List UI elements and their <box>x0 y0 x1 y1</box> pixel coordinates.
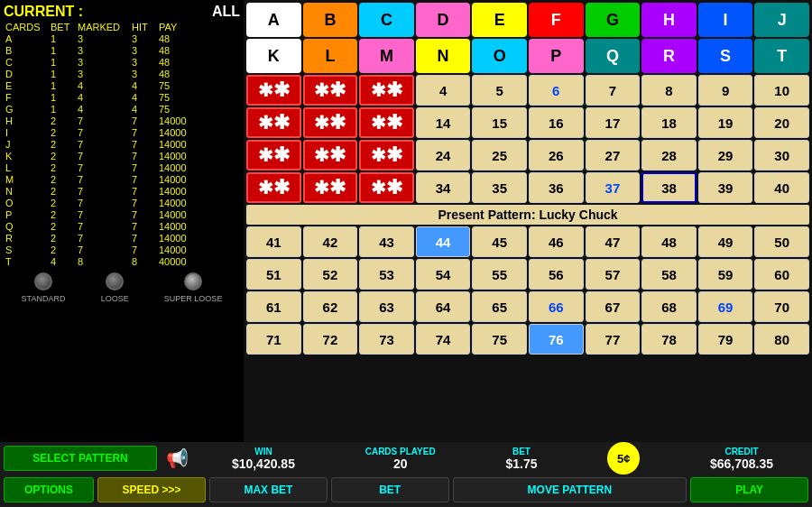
number-cell[interactable]: 71 <box>246 324 301 355</box>
star-cell[interactable]: ✱ <box>359 172 414 203</box>
bet-button[interactable]: BET <box>331 477 449 502</box>
star-cell[interactable]: ✱ <box>303 75 358 106</box>
letter-cell-P[interactable]: P <box>529 39 584 73</box>
number-cell[interactable]: 19 <box>698 107 753 138</box>
number-cell[interactable]: 58 <box>641 259 697 290</box>
number-cell[interactable]: 35 <box>472 172 527 203</box>
letter-cell-R[interactable]: R <box>641 39 697 73</box>
number-cell[interactable]: 18 <box>641 107 697 138</box>
bet-coin[interactable]: 5¢ <box>607 442 640 475</box>
number-cell[interactable]: 80 <box>754 324 809 355</box>
letter-cell-A[interactable]: A <box>246 3 301 37</box>
letter-cell-J[interactable]: J <box>754 3 809 37</box>
speaker-icon[interactable]: 📢 <box>161 447 193 469</box>
letter-cell-T[interactable]: T <box>754 39 809 73</box>
number-cell[interactable]: 30 <box>754 140 809 171</box>
number-cell[interactable]: 53 <box>359 259 414 290</box>
number-cell[interactable]: 51 <box>246 259 301 290</box>
number-cell[interactable]: 8 <box>641 75 697 106</box>
star-cell[interactable]: ✱ <box>303 172 358 203</box>
number-cell[interactable]: 48 <box>641 226 697 257</box>
number-cell[interactable]: 63 <box>359 291 414 322</box>
star-cell[interactable]: ✱ <box>303 107 358 138</box>
number-cell[interactable]: 54 <box>416 259 471 290</box>
number-cell[interactable]: 26 <box>529 140 584 171</box>
number-cell[interactable]: 64 <box>416 291 471 322</box>
number-cell[interactable]: 74 <box>416 324 471 355</box>
star-cell[interactable]: ✱ <box>303 140 358 171</box>
number-cell[interactable]: 27 <box>586 140 641 171</box>
letter-cell-I[interactable]: I <box>698 3 753 37</box>
number-cell[interactable]: 56 <box>529 259 584 290</box>
number-cell[interactable]: 20 <box>754 107 809 138</box>
number-cell[interactable]: 41 <box>246 226 301 257</box>
number-cell[interactable]: 4 <box>416 75 471 106</box>
letter-cell-C[interactable]: C <box>359 3 414 37</box>
number-cell[interactable]: 67 <box>586 291 641 322</box>
number-cell[interactable]: 28 <box>641 140 697 171</box>
number-cell[interactable]: 61 <box>246 291 301 322</box>
number-cell[interactable]: 78 <box>641 324 697 355</box>
select-pattern-button[interactable]: SELECT PATTERN <box>4 446 157 471</box>
super-loose-slider[interactable] <box>184 272 202 290</box>
number-cell[interactable]: 73 <box>359 324 414 355</box>
loose-slider[interactable] <box>106 272 124 290</box>
number-cell[interactable]: 17 <box>586 107 641 138</box>
star-cell[interactable]: ✱ <box>359 75 414 106</box>
number-cell[interactable]: 9 <box>698 75 753 106</box>
number-cell[interactable]: 69 <box>698 291 753 322</box>
star-cell[interactable]: ✱ <box>246 140 301 171</box>
letter-cell-O[interactable]: O <box>472 39 527 73</box>
number-cell[interactable]: 25 <box>472 140 527 171</box>
number-cell[interactable]: 34 <box>416 172 471 203</box>
number-cell[interactable]: 45 <box>472 226 527 257</box>
number-cell[interactable]: 37 <box>586 172 641 203</box>
number-cell[interactable]: 16 <box>529 107 584 138</box>
number-cell[interactable]: 79 <box>698 324 753 355</box>
letter-cell-N[interactable]: N <box>416 39 471 73</box>
number-cell[interactable]: 39 <box>698 172 753 203</box>
letter-cell-Q[interactable]: Q <box>586 39 641 73</box>
star-cell[interactable]: ✱ <box>246 107 301 138</box>
number-cell[interactable]: 38 <box>641 172 697 203</box>
number-cell[interactable]: 55 <box>472 259 527 290</box>
number-cell[interactable]: 57 <box>586 259 641 290</box>
star-cell[interactable]: ✱ <box>359 140 414 171</box>
number-cell[interactable]: 52 <box>303 259 358 290</box>
number-cell[interactable]: 46 <box>529 226 584 257</box>
number-cell[interactable]: 5 <box>472 75 527 106</box>
number-cell[interactable]: 47 <box>586 226 641 257</box>
speed-button[interactable]: SPEED >>> <box>97 477 206 502</box>
letter-cell-B[interactable]: B <box>303 3 358 37</box>
number-cell[interactable]: 7 <box>586 75 641 106</box>
star-cell[interactable]: ✱ <box>359 107 414 138</box>
number-cell[interactable]: 29 <box>698 140 753 171</box>
number-cell[interactable]: 40 <box>754 172 809 203</box>
number-cell[interactable]: 72 <box>303 324 358 355</box>
options-button[interactable]: OPTIONS <box>4 477 94 502</box>
standard-slider[interactable] <box>34 272 52 290</box>
letter-cell-H[interactable]: H <box>641 3 697 37</box>
star-cell[interactable]: ✱ <box>246 172 301 203</box>
number-cell[interactable]: 70 <box>754 291 809 322</box>
number-cell[interactable]: 75 <box>472 324 527 355</box>
number-cell[interactable]: 14 <box>416 107 471 138</box>
letter-cell-D[interactable]: D <box>416 3 471 37</box>
number-cell[interactable]: 36 <box>529 172 584 203</box>
letter-cell-F[interactable]: F <box>529 3 584 37</box>
letter-cell-G[interactable]: G <box>586 3 641 37</box>
number-cell[interactable]: 66 <box>529 291 584 322</box>
play-button[interactable]: PLAY <box>690 477 808 502</box>
max-bet-button[interactable]: MAX BET <box>209 477 328 502</box>
number-cell[interactable]: 68 <box>641 291 697 322</box>
number-cell[interactable]: 44 <box>416 226 471 257</box>
number-cell[interactable]: 62 <box>303 291 358 322</box>
letter-cell-M[interactable]: M <box>359 39 414 73</box>
number-cell[interactable]: 43 <box>359 226 414 257</box>
move-pattern-button[interactable]: MOVE PATTERN <box>453 477 687 502</box>
number-cell[interactable]: 10 <box>754 75 809 106</box>
number-cell[interactable]: 6 <box>529 75 584 106</box>
letter-cell-E[interactable]: E <box>472 3 527 37</box>
number-cell[interactable]: 42 <box>303 226 358 257</box>
letter-cell-K[interactable]: K <box>246 39 301 73</box>
